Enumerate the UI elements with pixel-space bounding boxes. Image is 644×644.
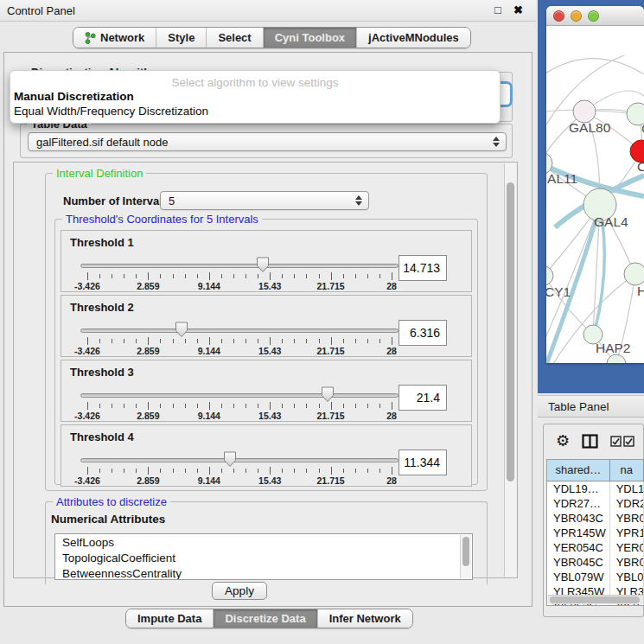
table-row[interactable]: YBR043CYBR0 xyxy=(547,511,644,526)
close-panel-icon[interactable]: ✖ xyxy=(513,3,523,16)
traffic-light-close[interactable] xyxy=(553,10,564,22)
tab-select[interactable]: Select xyxy=(207,28,263,48)
attributes-list-scrollbar[interactable] xyxy=(460,535,471,578)
threshold-slider[interactable]: -3.4262.8599.14415.4321.71528 xyxy=(80,383,399,421)
traffic-light-zoom[interactable] xyxy=(588,10,599,22)
threshold-slider[interactable]: -3.4262.8599.14415.4321.71528 xyxy=(80,253,399,291)
settings-vertical-scrollbar[interactable] xyxy=(504,163,516,577)
attribute-list-item[interactable]: TopologicalCoefficient xyxy=(55,550,472,565)
tick-mark xyxy=(331,272,332,280)
split-columns-icon[interactable] xyxy=(582,434,598,449)
attribute-list-item[interactable]: BetweennessCentrality xyxy=(55,565,472,580)
table-horizontal-scrollbar[interactable] xyxy=(548,595,643,604)
num-intervals-combobox[interactable]: 5 xyxy=(160,191,369,210)
node-h[interactable] xyxy=(624,263,644,285)
tick-mark xyxy=(245,469,246,473)
tick-mark xyxy=(221,404,222,408)
slider-ticks xyxy=(87,272,392,280)
threshold-label: Threshold 4 xyxy=(70,430,134,443)
tick-mark xyxy=(87,402,88,410)
tick-mark xyxy=(270,337,271,345)
tick-mark xyxy=(245,274,246,278)
slider-thumb[interactable] xyxy=(321,386,335,403)
tab-style[interactable]: Style xyxy=(156,28,207,48)
slider-tick-labels: -3.4262.8599.14415.4321.71528 xyxy=(87,281,392,291)
tick-mark xyxy=(367,274,368,278)
tab-jactivemnodules[interactable]: jActiveMNodules xyxy=(357,28,470,48)
tab-impute-data[interactable]: Impute Data xyxy=(126,609,214,628)
network-inner-window: GAL80GACGAL11GAL4GCY1HHAP2 xyxy=(546,6,644,363)
checkbox-icon-a[interactable] xyxy=(610,436,622,447)
table-cell: YPR1 xyxy=(610,526,644,540)
interval-definition-title: Interval Definition xyxy=(53,167,146,180)
tab-infer-network[interactable]: Infer Network xyxy=(318,609,412,628)
table-row[interactable]: YBL079WYBL0 xyxy=(547,570,644,584)
tick-mark xyxy=(185,339,186,343)
attribute-list-item[interactable]: SelfLoops xyxy=(55,534,472,550)
apply-button[interactable]: Apply xyxy=(212,582,267,600)
column-header-2[interactable]: na xyxy=(610,460,644,481)
scrollbar-thumb[interactable] xyxy=(507,182,514,481)
slider-tick-labels: -3.4262.8599.14415.4321.71528 xyxy=(87,346,392,356)
tick-mark xyxy=(355,274,356,278)
threshold-slider[interactable]: -3.4262.8599.14415.4321.71528 xyxy=(80,318,399,356)
bottom-tab-bar: Impute DataDiscretize DataInfer Network xyxy=(125,609,413,628)
tick-mark xyxy=(233,339,234,343)
threshold-value-field[interactable]: 6.316 xyxy=(399,320,447,346)
threshold-value-field[interactable]: 14.713 xyxy=(399,255,447,281)
tick-mark xyxy=(306,404,307,408)
thresholds-group: Threshold's Coordinates for 5 Intervals … xyxy=(54,219,478,485)
algorithm-prompt: Select algorithm to view settings xyxy=(10,71,500,89)
table-data-combobox[interactable]: galFiltered.sif default node xyxy=(28,132,507,151)
table-cell: YBR045C xyxy=(547,555,610,570)
table-row[interactable]: YBR045CYBR0 xyxy=(547,555,644,570)
network-window-titlebar[interactable] xyxy=(546,6,644,26)
table-cell: YDL19… xyxy=(547,481,610,496)
tab-cyni-toolbox[interactable]: Cyni Toolbox xyxy=(264,28,357,48)
tab-network[interactable]: Network xyxy=(73,28,156,48)
algorithm-dropdown-popup: Select algorithm to view settings Manual… xyxy=(10,70,501,124)
cyni-toolbox-content: Discretization Algorithm Table Data galF… xyxy=(3,52,532,607)
column-header-1[interactable]: shared… xyxy=(547,460,610,481)
node-gcy1[interactable] xyxy=(546,266,553,285)
gear-icon[interactable]: ⚙ xyxy=(556,433,570,449)
node-red-label: C xyxy=(637,159,644,174)
checkbox-icon-b[interactable] xyxy=(623,436,634,447)
threshold-value-field[interactable]: 21.4 xyxy=(399,385,447,411)
table-row[interactable]: YDL19…YDL1 xyxy=(547,481,644,496)
tick-mark xyxy=(282,469,283,473)
algorithm-option[interactable]: Equal Width/Frequency Discretization xyxy=(10,104,500,118)
slider-thumb[interactable] xyxy=(223,451,237,468)
table-cell: YER0 xyxy=(610,540,644,555)
threshold-value-field[interactable]: 11.344 xyxy=(399,450,447,475)
network-canvas[interactable]: GAL80GACGAL11GAL4GCY1HHAP2 xyxy=(546,27,644,363)
tab-discretize-data[interactable]: Discretize Data xyxy=(214,609,317,628)
threshold-slider[interactable]: -3.4262.8599.14415.4321.71528 xyxy=(80,448,399,486)
traffic-light-minimize[interactable] xyxy=(571,10,582,22)
node-gal11-label: GAL11 xyxy=(546,171,577,186)
table-body: YDL19…YDL1YDR27…YDR2YBR043CYBR0YPR145WYP… xyxy=(547,481,644,606)
tick-mark xyxy=(209,402,210,410)
slider-thumb[interactable] xyxy=(256,257,270,273)
tick-mark xyxy=(343,339,344,343)
numerical-attributes-list: SelfLoopsTopologicalCoefficientBetweenne… xyxy=(54,533,473,580)
algorithm-option[interactable]: Manual Discretization xyxy=(10,89,500,104)
tick-mark xyxy=(379,469,380,473)
tick-mark xyxy=(112,404,112,408)
float-window-icon[interactable]: □ xyxy=(494,3,501,16)
table-row[interactable]: YPR145WYPR1 xyxy=(547,526,644,540)
tick-mark xyxy=(258,469,258,473)
node-hap2-label: HAP2 xyxy=(596,341,631,355)
tick-mark xyxy=(392,337,392,345)
control-panel-title: Control Panel xyxy=(7,4,75,17)
interval-definition-group: Interval Definition Number of Intervals … xyxy=(45,173,488,491)
tick-mark xyxy=(87,272,88,280)
tick-label: -3.426 xyxy=(74,281,100,291)
table-row[interactable]: YER054CYER0 xyxy=(547,540,644,555)
slider-thumb[interactable] xyxy=(175,322,188,338)
tick-mark xyxy=(233,404,234,408)
tab-label: Style xyxy=(168,31,194,44)
table-row[interactable]: YDR27…YDR2 xyxy=(547,496,644,511)
tick-mark xyxy=(282,274,283,278)
tick-mark xyxy=(343,469,344,473)
